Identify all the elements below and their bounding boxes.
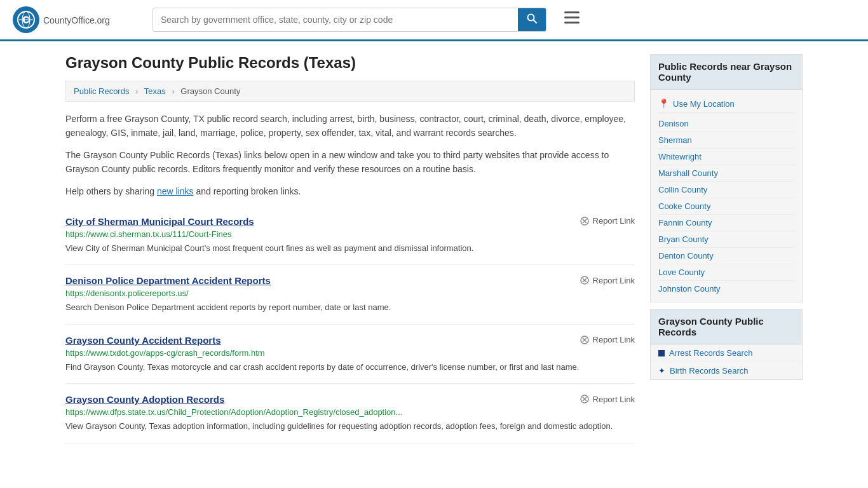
nearby-links: DenisonShermanWhitewrightMarshall County… <box>658 116 794 297</box>
header: C CountyOffice.org <box>0 0 868 41</box>
record-bullet-icon <box>658 350 665 356</box>
report-link-icon <box>580 394 590 404</box>
report-link-icon <box>580 216 590 226</box>
sidebar-record-link[interactable]: ✦Birth Records Search <box>651 362 802 379</box>
record-desc: Find Grayson County, Texas motorcycle an… <box>65 361 635 374</box>
search-bar <box>153 8 546 32</box>
record-header: Denison Police Department Accident Repor… <box>65 275 635 286</box>
intro-paragraph-1: Perform a free Grayson County, TX public… <box>65 112 635 140</box>
sidebar-nearby-link[interactable]: Cooke County <box>658 198 794 215</box>
sidebar-nearby-link[interactable]: Whitewright <box>658 149 794 165</box>
record-header: Grayson County Accident Reports Report L… <box>65 335 635 346</box>
nearby-body: 📍 Use My Location DenisonShermanWhitewri… <box>651 90 802 302</box>
breadcrumb-grayson: Grayson County <box>180 86 240 96</box>
record-title[interactable]: Denison Police Department Accident Repor… <box>65 275 271 286</box>
report-link[interactable]: Report Link <box>580 335 635 345</box>
sidebar-nearby-link[interactable]: Marshall County <box>658 165 794 182</box>
sidebar-nearby-link[interactable]: Denton County <box>658 248 794 264</box>
report-link[interactable]: Report Link <box>580 275 635 285</box>
hamburger-menu-button[interactable] <box>559 9 585 30</box>
record-header: Grayson County Adoption Records Report L… <box>65 394 635 405</box>
sidebar-nearby-link[interactable]: Love County <box>658 264 794 281</box>
record-url[interactable]: https://www.dfps.state.tx.us/Child_Prote… <box>65 407 635 417</box>
intro-paragraph-2: The Grayson County Public Records (Texas… <box>65 148 635 177</box>
record-desc: View Grayson County, Texas adoption info… <box>65 420 635 433</box>
record-header: City of Sherman Municipal Court Records … <box>65 216 635 227</box>
record-item: Grayson County Accident Reports Report L… <box>65 325 635 384</box>
logo-icon: C <box>13 6 39 33</box>
sidebar-record-link[interactable]: Arrest Records Search <box>651 344 802 362</box>
report-link[interactable]: Report Link <box>580 394 635 404</box>
report-link-icon <box>580 275 590 285</box>
content-area: Grayson County Public Records (Texas) Pu… <box>65 54 635 444</box>
sidebar-nearby-link[interactable]: Bryan County <box>658 231 794 248</box>
record-desc: View City of Sherman Municipal Court's m… <box>65 242 635 255</box>
sidebar-nearby-link[interactable]: Sherman <box>658 132 794 149</box>
records-sidebar-links: Arrest Records Search✦Birth Records Sear… <box>651 344 802 379</box>
svg-rect-8 <box>564 17 580 18</box>
sidebar-nearby-link[interactable]: Fannin County <box>658 215 794 231</box>
report-link-icon <box>580 335 590 345</box>
svg-rect-7 <box>564 11 580 13</box>
sidebar-nearby-link[interactable]: Johnston County <box>658 281 794 297</box>
logo-area: C CountyOffice.org <box>13 6 140 33</box>
sidebar-nearby-link[interactable]: Collin County <box>658 182 794 198</box>
search-input[interactable] <box>153 10 518 30</box>
records-list: City of Sherman Municipal Court Records … <box>65 206 635 444</box>
page-title: Grayson County Public Records (Texas) <box>65 54 635 72</box>
main-wrapper: Grayson County Public Records (Texas) Pu… <box>53 41 815 456</box>
svg-line-6 <box>533 20 536 23</box>
sidebar-nearby-link[interactable]: Denison <box>658 116 794 132</box>
record-title[interactable]: City of Sherman Municipal Court Records <box>65 216 254 227</box>
svg-rect-9 <box>564 22 580 24</box>
record-star-icon: ✦ <box>658 366 665 376</box>
grayson-records-title: Grayson County Public Records <box>651 309 802 344</box>
record-title[interactable]: Grayson County Adoption Records <box>65 394 224 405</box>
record-url[interactable]: https://www.ci.sherman.tx.us/111/Court-F… <box>65 229 635 239</box>
grayson-records-section: Grayson County Public Records Arrest Rec… <box>650 309 803 380</box>
record-item: Denison Police Department Accident Repor… <box>65 265 635 325</box>
intro-paragraph-3: Help others by sharing new links and rep… <box>65 184 635 198</box>
location-pin-icon: 📍 <box>658 98 669 109</box>
new-links-link[interactable]: new links <box>157 186 194 196</box>
record-title[interactable]: Grayson County Accident Reports <box>65 335 220 346</box>
report-link[interactable]: Report Link <box>580 216 635 226</box>
record-desc: Search Denison Police Department acciden… <box>65 301 635 314</box>
breadcrumb-texas[interactable]: Texas <box>144 86 166 96</box>
breadcrumb: Public Records › Texas › Grayson County <box>65 81 635 102</box>
record-url[interactable]: https://www.txdot.gov/apps-cg/crash_reco… <box>65 348 635 358</box>
use-my-location[interactable]: 📍 Use My Location <box>658 95 794 113</box>
record-url[interactable]: https://denisontx.policereports.us/ <box>65 288 635 298</box>
breadcrumb-public-records[interactable]: Public Records <box>74 86 129 96</box>
record-item: City of Sherman Municipal Court Records … <box>65 206 635 266</box>
nearby-title: Public Records near Grayson County <box>651 55 802 90</box>
logo-text: CountyOffice.org <box>43 13 110 27</box>
nearby-section: Public Records near Grayson County 📍 Use… <box>650 54 803 302</box>
search-button[interactable] <box>518 8 546 31</box>
record-item: Grayson County Adoption Records Report L… <box>65 384 635 444</box>
sidebar: Public Records near Grayson County 📍 Use… <box>650 54 803 444</box>
